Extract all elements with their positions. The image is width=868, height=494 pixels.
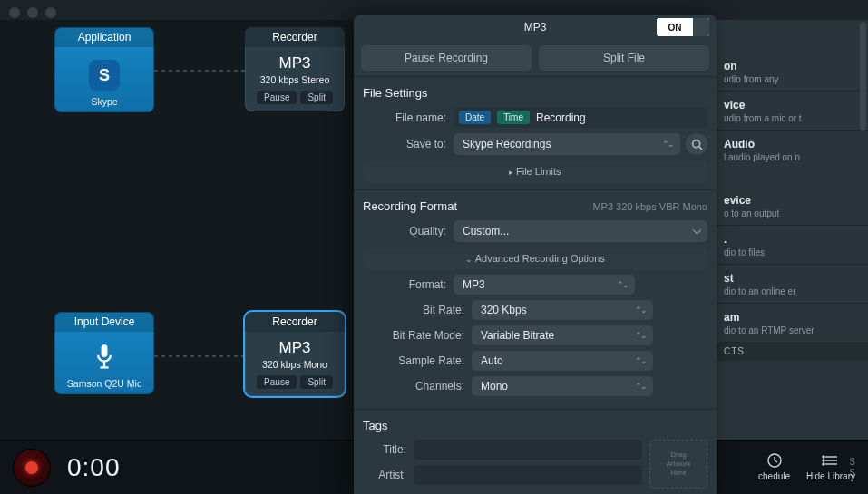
split-file-button[interactable]: Split File bbox=[539, 45, 709, 71]
microphone-icon bbox=[60, 339, 149, 378]
format-select[interactable]: MP3 bbox=[454, 275, 635, 295]
quality-label: Quality: bbox=[363, 225, 454, 237]
scrollbar[interactable] bbox=[860, 22, 866, 131]
bitrate-label: Bit Rate: bbox=[363, 304, 472, 316]
quality-select[interactable]: Custom... bbox=[454, 220, 707, 242]
magnifier-icon bbox=[691, 139, 703, 150]
library-panel: onudio from any viceudio from a mic or t… bbox=[714, 20, 868, 440]
section-title: Recording FormatMP3 320 kbps VBR Mono bbox=[363, 194, 707, 220]
zoom-dot[interactable] bbox=[45, 7, 56, 18]
svg-point-10 bbox=[692, 140, 699, 147]
library-item[interactable]: .dio to files bbox=[715, 225, 868, 264]
tag-title-input[interactable] bbox=[414, 440, 642, 460]
library-item[interactable]: stdio to an online er bbox=[715, 264, 868, 303]
recorder-settings-panel: MP3 ON Pause Recording Split File File S… bbox=[354, 15, 717, 494]
node-head: Input Device bbox=[54, 312, 154, 332]
recorder-format: MP3 bbox=[250, 54, 339, 73]
timer-display: 0:00 bbox=[67, 453, 121, 482]
enable-toggle[interactable]: ON bbox=[657, 18, 709, 36]
hide-library-button[interactable]: Hide Library bbox=[806, 452, 855, 481]
library-actions: chedule Hide Library bbox=[746, 440, 868, 494]
recorder-detail: 320 kbps Mono bbox=[250, 359, 339, 370]
node-input-device[interactable]: Input Device Samson Q2U Mic bbox=[54, 312, 154, 394]
section-title: Tags bbox=[363, 413, 707, 440]
library-section-head: CTS bbox=[715, 342, 868, 361]
time-token[interactable]: Time bbox=[497, 111, 530, 124]
window-controls bbox=[9, 7, 56, 18]
connector bbox=[154, 355, 245, 357]
library-item[interactable]: eviceo to an output bbox=[715, 187, 868, 225]
pause-recording-button[interactable]: Pause Recording bbox=[361, 45, 532, 71]
connector bbox=[154, 70, 245, 72]
format-summary: MP3 320 kbps VBR Mono bbox=[592, 201, 707, 212]
node-label: Skype bbox=[60, 96, 149, 107]
channels-label: Channels: bbox=[363, 380, 472, 392]
tag-artist-input[interactable] bbox=[414, 465, 642, 485]
node-head: Recorder bbox=[245, 312, 345, 332]
library-item[interactable]: Audiol audio played on n bbox=[715, 130, 868, 169]
bitrate-mode-label: Bit Rate Mode: bbox=[363, 329, 472, 342]
node-label: Samson Q2U Mic bbox=[60, 378, 149, 389]
tags-section: Tags Title: Artist: Drag Artwork Here bbox=[354, 409, 717, 494]
svg-point-8 bbox=[823, 460, 824, 461]
schedule-button[interactable]: chedule bbox=[758, 452, 790, 481]
reveal-in-finder-button[interactable] bbox=[686, 133, 707, 155]
pause-button[interactable]: Pause bbox=[257, 375, 297, 389]
skype-icon: S bbox=[89, 60, 120, 91]
file-name-label: File name: bbox=[363, 111, 454, 124]
file-name-field[interactable]: Date Time bbox=[454, 107, 707, 128]
advanced-options-toggle[interactable]: Advanced Recording Options bbox=[363, 247, 707, 269]
clock-icon bbox=[765, 452, 785, 469]
recorder-detail: 320 kbps Stereo bbox=[250, 74, 339, 85]
save-to-select[interactable]: Skype Recordings bbox=[454, 133, 680, 155]
list-icon bbox=[821, 452, 841, 469]
recorder-format: MP3 bbox=[250, 339, 339, 357]
tag-artist-label: Artist: bbox=[363, 469, 414, 481]
panel-title: MP3 bbox=[524, 21, 547, 34]
samplerate-select[interactable]: Auto bbox=[472, 351, 653, 371]
node-recorder-1[interactable]: Recorder MP3 320 kbps Stereo Pause Split bbox=[245, 27, 345, 111]
file-limits-toggle[interactable]: File Limits bbox=[363, 160, 707, 182]
file-settings-section: File Settings File name: Date Time Save … bbox=[354, 76, 717, 189]
node-head: Application bbox=[54, 27, 154, 47]
library-item[interactable]: onudio from any bbox=[715, 53, 868, 91]
minimize-dot[interactable] bbox=[27, 7, 38, 18]
save-to-label: Save to: bbox=[363, 138, 454, 150]
bitrate-select[interactable]: 320 Kbps bbox=[472, 300, 653, 320]
split-button[interactable]: Split bbox=[300, 91, 332, 104]
pause-button[interactable]: Pause bbox=[257, 91, 297, 104]
svg-line-11 bbox=[698, 146, 701, 149]
tag-title-label: Title: bbox=[363, 443, 414, 456]
date-token[interactable]: Date bbox=[459, 111, 491, 124]
samplerate-label: Sample Rate: bbox=[363, 354, 472, 367]
record-button[interactable] bbox=[13, 449, 51, 487]
svg-point-7 bbox=[823, 456, 824, 458]
file-name-input[interactable] bbox=[536, 111, 702, 124]
node-head: Recorder bbox=[245, 27, 345, 47]
channels-select[interactable]: Mono bbox=[472, 376, 653, 396]
svg-point-9 bbox=[823, 463, 824, 465]
artwork-dropzone[interactable]: Drag Artwork Here bbox=[649, 440, 707, 489]
split-button[interactable]: Split bbox=[300, 375, 332, 389]
format-label: Format: bbox=[363, 278, 454, 291]
node-application[interactable]: Application S Skype bbox=[54, 27, 154, 112]
svg-rect-0 bbox=[102, 344, 108, 357]
library-item[interactable]: viceudio from a mic or t bbox=[715, 91, 868, 130]
section-title: File Settings bbox=[363, 81, 707, 107]
close-dot[interactable] bbox=[9, 7, 20, 18]
node-recorder-2[interactable]: Recorder MP3 320 kbps Mono Pause Split bbox=[245, 312, 345, 396]
panel-header: MP3 ON bbox=[354, 15, 717, 40]
library-item[interactable]: amdio to an RTMP server bbox=[715, 303, 868, 342]
recording-format-section: Recording FormatMP3 320 kbps VBR Mono Qu… bbox=[354, 189, 717, 409]
bitrate-mode-select[interactable]: Variable Bitrate bbox=[472, 325, 653, 345]
